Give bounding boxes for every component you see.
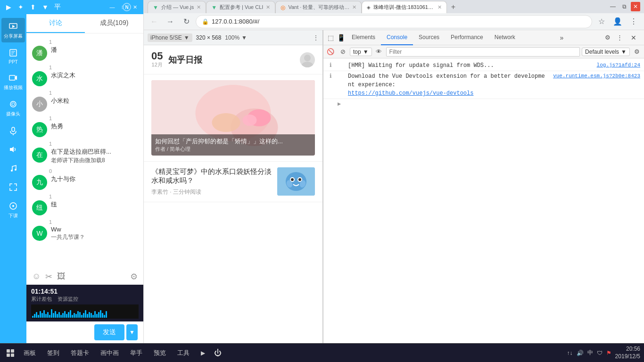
sidebar-item-video[interactable]: 播放视频 [1, 69, 25, 94]
article-card-big[interactable]: 如何回怼「产后抑郁的都是「矫情」」这样的... 作者 / 简单心理 [144, 74, 322, 162]
sidebar-item-fullscreen[interactable] [1, 179, 25, 196]
console-file-link[interactable]: log.js?1afd:24 [593, 61, 640, 69]
devtools-inspect-button[interactable]: ⬚ [325, 33, 336, 43]
forward-button[interactable]: → [164, 15, 177, 28]
tab1-close-icon[interactable]: ✕ [197, 4, 201, 10]
sidebar-item-class-end[interactable]: 下课 [1, 197, 25, 222]
titlebar-dropdown-icon[interactable]: ▼ [41, 2, 50, 12]
toggle-filter-button[interactable]: ⊘ [338, 47, 348, 57]
article-overlay-title: 如何回怼「产后抑郁的都是「矫情」」这样的... 作者 / 简单心理 [151, 134, 315, 156]
sidebar-item-share-screen[interactable]: 分享屏幕 [1, 18, 25, 42]
tab2-label: 配置参考 | Vue CLI [220, 4, 263, 11]
settings-icon[interactable]: ⚙ [130, 272, 138, 282]
taskbar-ime-icon: 中 [587, 349, 593, 357]
reload-button[interactable]: ↻ [180, 15, 193, 28]
eye-icon[interactable]: 👁 [374, 47, 384, 57]
emoji-smile-icon[interactable]: ☺ [32, 272, 41, 282]
tab-discuss[interactable]: 讨论 [26, 14, 85, 33]
avatar: 九 [32, 175, 47, 190]
taskbar-network-icon: ↑↓ [567, 350, 573, 356]
article-title: 《精灵宝可梦》中的水系口袋妖怪分淡水和咸水吗？ [151, 167, 273, 185]
devtools-menu-button[interactable]: ⋮ [615, 33, 625, 43]
devtools-link[interactable]: https://github.com/vuejs/vue-devtools [348, 90, 473, 97]
taskbar-btn-checkin[interactable]: 签到 [42, 347, 64, 359]
app-title: 知乎日报 [168, 54, 300, 66]
close-button[interactable]: ✕ [130, 2, 140, 12]
list-item: 1 热 热勇 [26, 114, 143, 139]
device-zoom-icon: ▼ [241, 34, 247, 41]
app-date: 05 12月 [151, 51, 163, 68]
tab-sources[interactable]: Sources [413, 30, 445, 45]
titlebar-share2-icon[interactable]: ⬆ [28, 2, 38, 12]
sidebar-item-volume[interactable] [1, 141, 25, 158]
overlay-author-text: 作者 / 简单心理 [155, 146, 311, 153]
message-count: 1 [49, 39, 138, 45]
browser-tab-1[interactable]: ▼ 介绍 — Vue.js ✕ [148, 1, 206, 13]
browser-close-button[interactable]: ✕ [631, 2, 640, 11]
console-filter-input[interactable] [386, 47, 580, 57]
tab-console[interactable]: Console [381, 30, 413, 45]
sidebar-item-mic[interactable] [1, 122, 25, 139]
log-level-selector[interactable]: Default levels ▼ [582, 48, 630, 56]
taskbar-btn-whiteboard[interactable]: 画板 [19, 347, 41, 359]
taskbar-btn-pip[interactable]: 画中画 [96, 347, 124, 359]
image-icon[interactable]: 🖼 [57, 272, 66, 282]
titlebar-pin-icon[interactable]: 平 [53, 2, 62, 12]
msg-username: 九十与你 [51, 175, 138, 183]
taskbar-arrow-right-icon[interactable]: ▶ [196, 346, 209, 360]
taskbar-clock: 20:56 2019/12/5 [615, 346, 640, 360]
profile-button[interactable]: 👤 [611, 15, 624, 28]
device-size: 320 × 568 [196, 34, 222, 41]
left-content-area: 分享屏幕 PPT [0, 14, 143, 343]
sidebar-item-music[interactable] [1, 160, 25, 177]
list-item: 1 纽 纽 [26, 192, 143, 217]
browser-tab-2[interactable]: ▼ 配置参考 | Vue CLI ✕ [206, 1, 275, 13]
browser-tab-3[interactable]: ◎ Vant · 轻量、可靠的移动端... ✕ [275, 1, 362, 13]
taskbar-start-icon[interactable] [4, 346, 17, 360]
titlebar-share-icon[interactable]: ▶ [4, 2, 13, 12]
send-dropdown-button[interactable]: ▼ [126, 324, 138, 340]
minimize-button[interactable]: — [107, 2, 117, 12]
tab-members[interactable]: 成员(109) [85, 14, 143, 33]
browser-restore-button[interactable]: ⧉ [619, 2, 629, 11]
scissors-icon[interactable]: ✂ [45, 272, 52, 282]
console-settings-icon[interactable]: ⚙ [632, 47, 642, 57]
taskbar-btn-quiz[interactable]: 答题卡 [66, 347, 94, 359]
browser-menu-button[interactable]: ⋮ [627, 15, 640, 28]
tab-elements[interactable]: Elements [346, 30, 381, 45]
waveform [31, 304, 139, 319]
browser-minimize-button[interactable]: — [608, 2, 618, 11]
svg-rect-10 [12, 127, 15, 132]
tab3-close-icon[interactable]: ✕ [352, 4, 356, 10]
send-button[interactable]: 发送 [94, 324, 124, 340]
address-bar[interactable]: 🔒 127.0.0.1:8080/#/ [196, 15, 592, 28]
clear-console-button[interactable]: 🚫 [325, 47, 336, 57]
tab-performance[interactable]: Performance [445, 30, 489, 45]
bookmark-button[interactable]: ☆ [595, 15, 608, 28]
titlebar-star-icon[interactable]: ✦ [16, 2, 25, 12]
devtools-close-button[interactable]: ✕ [627, 34, 640, 41]
tab-network[interactable]: Network [489, 30, 521, 45]
tab4-close-icon[interactable]: ✕ [438, 4, 442, 10]
context-selector[interactable]: top ▼ [350, 48, 372, 56]
devtools-more-tabs-icon[interactable]: » [556, 34, 568, 41]
device-x: × [207, 34, 212, 41]
device-more-options[interactable]: ⋮ [313, 34, 319, 41]
sidebar-item-ppt[interactable]: PPT [1, 44, 25, 67]
taskbar-btn-tools[interactable]: 工具 [173, 347, 194, 359]
devtools-settings-button[interactable]: ⚙ [603, 33, 613, 43]
devtools-device-button[interactable]: 📱 [336, 33, 346, 43]
console-arrow-expand[interactable]: ▶ [338, 100, 344, 108]
taskbar-btn-handup[interactable]: 举手 [125, 347, 147, 359]
browser-tab-4[interactable]: ◈ 珠峰培训-微信:183106128... ✕ [362, 1, 447, 13]
article-card-small[interactable]: 《精灵宝可梦》中的水系口袋妖怪分淡水和咸水吗？ 李素竹 · 三分钟阅读 [144, 162, 322, 202]
taskbar-power-icon[interactable]: ⏻ [211, 346, 224, 360]
message-count: 1 [49, 115, 138, 121]
device-selector[interactable]: iPhone 5/SE ▼ [148, 33, 192, 42]
taskbar-btn-preview[interactable]: 预览 [149, 347, 171, 359]
sidebar-item-camera[interactable]: 摄像头 [1, 96, 25, 120]
back-button[interactable]: ← [148, 15, 161, 28]
console-file-link2[interactable]: vue.runtime.esm.js?2b0e:8423 [549, 72, 640, 80]
new-tab-button[interactable]: + [447, 1, 459, 13]
tab2-close-icon[interactable]: ✕ [266, 4, 270, 10]
